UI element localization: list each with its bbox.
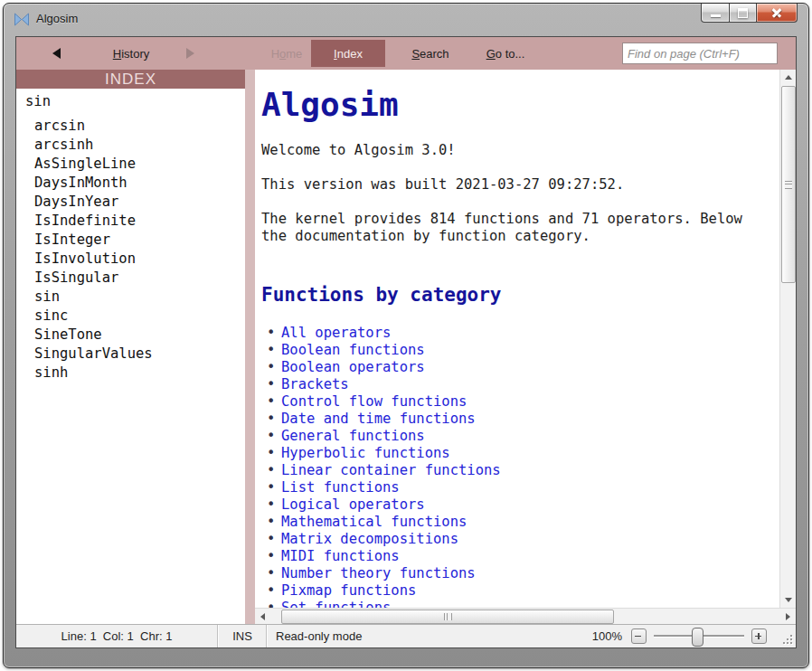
scroll-right-button[interactable] (780, 609, 796, 624)
scroll-thumb-grip-icon (444, 613, 452, 620)
close-button[interactable] (757, 4, 798, 23)
arrow-left-icon (260, 613, 265, 620)
history-button[interactable]: History (81, 37, 181, 70)
zoom-out-button[interactable] (631, 628, 647, 644)
index-item[interactable]: IsInteger (16, 231, 245, 250)
document-pane: Algosim Welcome to Algosim 3.0! This ver… (255, 70, 796, 624)
category-link[interactable]: Linear container functions (281, 462, 501, 478)
category-link[interactable]: General functions (281, 428, 425, 444)
category-link[interactable]: Pixmap functions (281, 582, 416, 599)
zoom-in-button[interactable] (751, 628, 767, 644)
arrow-up-icon (785, 75, 792, 80)
index-item[interactable]: DaysInYear (16, 193, 245, 212)
arrow-down-icon (785, 598, 792, 602)
category-link[interactable]: Logical operators (281, 496, 425, 513)
resize-grip[interactable] (781, 633, 793, 645)
plus-icon (758, 633, 760, 639)
category-item: Matrix decompositions (261, 531, 779, 548)
index-item[interactable]: DaysInMonth (16, 174, 245, 193)
index-item[interactable]: SineTone (16, 326, 245, 345)
search-label: Search (411, 47, 448, 61)
vertical-scrollbar[interactable] (779, 70, 796, 608)
minus-icon (635, 636, 641, 638)
category-link[interactable]: Matrix decompositions (281, 531, 458, 547)
horizontal-scroll-track[interactable] (270, 609, 780, 624)
category-link[interactable]: Hyperbolic functions (281, 445, 450, 461)
welcome-text: Welcome to Algosim 3.0! (261, 142, 779, 159)
horizontal-scrollbar[interactable] (255, 608, 796, 624)
category-item: Pixmap functions (261, 582, 779, 600)
category-link[interactable]: Number theory functions (281, 565, 476, 581)
zoom-slider[interactable] (654, 628, 744, 645)
category-item: Date and time functions (261, 411, 779, 428)
titlebar[interactable]: Algosim (4, 4, 808, 36)
index-label: Index (334, 47, 363, 61)
index-item[interactable]: IsIndefinite (16, 212, 245, 231)
index-sidebar: INDEX sin arcsin arcsinh AsSingleLine Da… (16, 70, 245, 624)
close-icon (770, 6, 783, 19)
category-item: Number theory functions (261, 565, 779, 582)
vertical-scroll-thumb[interactable] (781, 86, 796, 283)
goto-label: Go to... (486, 47, 525, 61)
scroll-down-button[interactable] (780, 592, 796, 608)
index-item[interactable]: arcsin (16, 117, 245, 136)
index-item[interactable]: IsInvolution (16, 250, 245, 269)
zoom-controls: 100% (592, 628, 767, 645)
arrow-right-icon (786, 613, 790, 620)
find-on-page-input[interactable] (622, 43, 778, 64)
client-area: History Home Index Search Go to... (15, 36, 797, 648)
index-item[interactable]: IsSingular (16, 269, 245, 288)
scroll-left-button[interactable] (255, 609, 270, 624)
status-bar: Line: 1 Col: 1 Chr: 1 INS Read-only mode… (16, 624, 796, 647)
forward-button[interactable] (177, 37, 203, 70)
minimize-icon (711, 14, 721, 17)
category-link[interactable]: Set functions (281, 600, 391, 608)
home-label: Home (271, 47, 303, 61)
category-item: Set functions (261, 600, 779, 608)
category-item: Boolean functions (261, 342, 779, 359)
category-item: Linear container functions (261, 462, 779, 479)
index-item[interactable]: AsSingleLine (16, 155, 245, 174)
back-icon (52, 48, 61, 59)
toolbar: History Home Index Search Go to... (16, 37, 796, 70)
maximize-icon (738, 8, 748, 18)
scroll-up-button[interactable] (780, 70, 796, 85)
category-link[interactable]: Mathematical functions (281, 514, 467, 530)
category-item: Mathematical functions (261, 514, 779, 531)
category-item: All operators (261, 325, 779, 342)
category-item: Logical operators (261, 496, 779, 514)
goto-button[interactable]: Go to... (468, 37, 543, 70)
sidebar-splitter[interactable] (245, 70, 255, 624)
back-button[interactable] (43, 37, 69, 70)
mode-status: Read-only mode (268, 629, 592, 643)
index-list: arcsin arcsinh AsSingleLine DaysInMonth … (16, 117, 245, 383)
index-filter-input[interactable]: sin (25, 92, 245, 111)
build-info-text: This version was built 2021-03-27 09:27:… (261, 176, 779, 194)
category-link[interactable]: List functions (281, 479, 400, 496)
category-item: List functions (261, 479, 779, 496)
page-title: Algosim (261, 86, 779, 124)
category-link[interactable]: Date and time functions (281, 411, 476, 427)
minimize-button[interactable] (701, 4, 730, 23)
category-link[interactable]: Brackets (281, 376, 349, 392)
index-item[interactable]: sin (16, 288, 245, 307)
index-item[interactable]: sinh (16, 364, 245, 383)
horizontal-scroll-thumb[interactable] (281, 610, 614, 624)
category-link[interactable]: MIDI functions (281, 548, 400, 564)
category-link[interactable]: Boolean operators (281, 359, 425, 375)
search-button[interactable]: Search (396, 37, 465, 70)
index-button[interactable]: Index (311, 40, 385, 67)
category-link[interactable]: All operators (281, 325, 391, 341)
category-item: General functions (261, 428, 779, 445)
index-item[interactable]: sinc (16, 307, 245, 326)
zoom-slider-thumb[interactable] (692, 628, 703, 647)
index-item[interactable]: SingularValues (16, 345, 245, 364)
index-item[interactable]: arcsinh (16, 136, 245, 155)
category-link[interactable]: Control flow functions (281, 393, 467, 410)
document-page: Algosim Welcome to Algosim 3.0! This ver… (255, 70, 779, 608)
category-link[interactable]: Boolean functions (281, 342, 425, 358)
forward-icon (186, 48, 194, 59)
maximize-button[interactable] (730, 4, 757, 23)
scroll-thumb-grip-icon (785, 181, 792, 189)
category-item: Boolean operators (261, 359, 779, 376)
